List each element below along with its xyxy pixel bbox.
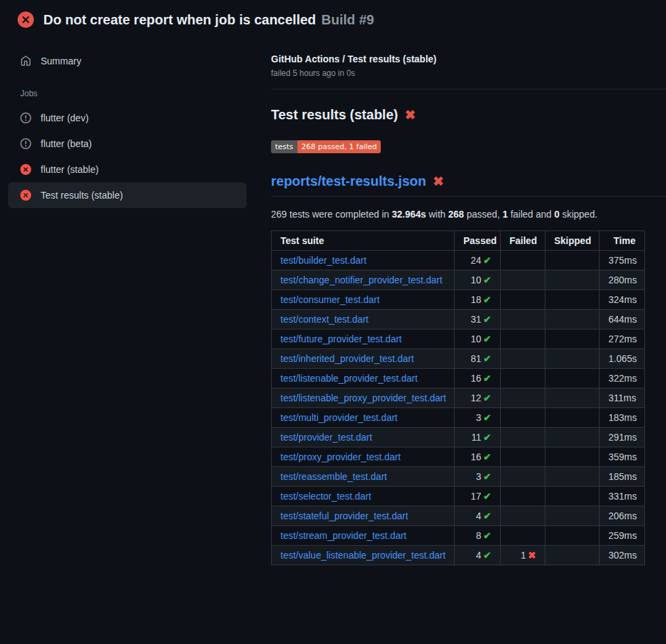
check-run-title: Test results (stable) ✖: [271, 107, 645, 123]
suite-cell: test/context_test.dart: [272, 310, 455, 329]
tests-badge: tests 268 passed, 1 failed: [271, 140, 381, 153]
skipped-cell: [545, 467, 600, 487]
test-suite-link[interactable]: test/proxy_provider_test.dart: [280, 451, 400, 462]
test-suite-link[interactable]: test/consumer_test.dart: [280, 294, 379, 305]
table-row: test/multi_provider_test.dart 3✔ 183ms: [272, 408, 645, 428]
table-row: test/stateful_provider_test.dart 4✔ 206m…: [272, 506, 645, 526]
check-icon: ✔: [483, 451, 491, 462]
failed-count: 1: [503, 209, 508, 220]
passed-cell: 8✔: [455, 526, 501, 546]
jobs-list: flutter (dev) flutter (beta) flutter (st…: [8, 105, 247, 208]
suite-cell: test/selector_test.dart: [272, 487, 455, 506]
column-header: Time: [600, 231, 645, 251]
report-file-link[interactable]: reports/test-results.json: [271, 174, 426, 189]
passed-cell: 12✔: [455, 388, 501, 408]
skipped-cell: [545, 506, 600, 526]
sidebar-job-item[interactable]: flutter (beta): [8, 131, 247, 157]
check-icon: ✔: [483, 294, 491, 305]
check-icon: ✔: [483, 373, 491, 384]
failed-cell: [501, 467, 545, 487]
suite-cell: test/listenable_proxy_provider_test.dart: [272, 388, 455, 408]
passed-cell: 3✔: [455, 467, 501, 487]
test-suite-link[interactable]: test/listenable_provider_test.dart: [280, 373, 417, 384]
table-row: test/builder_test.dart 24✔ 375ms: [272, 251, 645, 270]
suite-cell: test/inherited_provider_test.dart: [272, 349, 455, 369]
check-icon: ✔: [483, 471, 491, 482]
suite-cell: test/listenable_provider_test.dart: [272, 369, 455, 388]
suite-cell: test/builder_test.dart: [272, 251, 455, 270]
failed-cell: [501, 408, 545, 428]
table-row: test/stream_provider_test.dart 8✔ 259ms: [272, 526, 645, 546]
skipped-cell: [545, 251, 600, 270]
passed-cell: 24✔: [455, 251, 501, 270]
sidebar-job-item[interactable]: Test results (stable): [8, 182, 247, 208]
table-row: test/reassemble_test.dart 3✔ 185ms: [272, 467, 645, 487]
test-suite-link[interactable]: test/stream_provider_test.dart: [280, 530, 407, 541]
test-suite-link[interactable]: test/value_listenable_provider_test.dart: [280, 550, 446, 561]
failed-x-icon: ✖: [404, 107, 415, 123]
time-cell: 359ms: [600, 447, 645, 467]
table-row: test/value_listenable_provider_test.dart…: [272, 546, 645, 565]
skipped-cell: [545, 526, 600, 546]
suite-cell: test/provider_test.dart: [272, 428, 455, 447]
x-circle-icon: [18, 12, 34, 28]
check-icon: ✔: [483, 550, 491, 561]
passed-cell: 31✔: [455, 310, 501, 329]
suite-cell: test/stream_provider_test.dart: [272, 526, 455, 546]
skipped-cell: [545, 408, 600, 428]
test-suite-link[interactable]: test/future_provider_test.dart: [280, 334, 402, 344]
job-label: flutter (beta): [41, 138, 91, 149]
test-suite-link[interactable]: test/context_test.dart: [280, 314, 369, 325]
suite-cell: test/future_provider_test.dart: [272, 329, 455, 349]
suite-cell: test/change_notifier_provider_test.dart: [272, 270, 455, 290]
test-suite-link[interactable]: test/reassemble_test.dart: [280, 471, 387, 482]
check-icon: ✔: [483, 353, 491, 364]
failed-cell: [501, 369, 545, 388]
skipped-cell: [545, 546, 600, 565]
badge-value: 268 passed, 1 failed: [297, 140, 381, 153]
sidebar-job-item[interactable]: flutter (stable): [8, 157, 247, 182]
time-cell: 1.065s: [600, 349, 645, 369]
failed-cell: 1✖: [501, 546, 545, 565]
neutral-circle-icon: [20, 138, 31, 149]
skipped-cell: [545, 270, 600, 290]
test-suite-link[interactable]: test/inherited_provider_test.dart: [280, 353, 414, 364]
x-circle-icon: [20, 164, 31, 175]
time-cell: 183ms: [600, 408, 645, 428]
neutral-circle-icon: [20, 113, 31, 123]
failed-cell: [501, 487, 545, 506]
table-row: test/listenable_proxy_provider_test.dart…: [272, 388, 645, 408]
time-cell: 280ms: [600, 270, 645, 290]
skipped-cell: [545, 290, 600, 310]
passed-cell: 11✔: [455, 428, 501, 447]
test-suite-link[interactable]: test/change_notifier_provider_test.dart: [280, 275, 442, 285]
column-header: Failed: [501, 231, 545, 251]
time-cell: 375ms: [600, 251, 645, 270]
skipped-cell: [545, 349, 600, 369]
skipped-cell: [545, 487, 600, 506]
test-suite-link[interactable]: test/multi_provider_test.dart: [280, 412, 398, 423]
time-cell: 322ms: [600, 369, 645, 388]
main-content: GitHub Actions / Test results (stable) f…: [271, 37, 666, 565]
table-row: test/inherited_provider_test.dart 81✔ 1.…: [272, 349, 645, 369]
time-cell: 206ms: [600, 506, 645, 526]
test-suite-link[interactable]: test/provider_test.dart: [280, 432, 372, 443]
check-icon: ✔: [483, 334, 491, 344]
divider: [271, 89, 666, 89]
failed-cell: [501, 329, 545, 349]
test-suite-link[interactable]: test/listenable_proxy_provider_test.dart: [280, 393, 446, 403]
passed-cell: 18✔: [455, 290, 501, 310]
passed-cell: 16✔: [455, 447, 501, 467]
passed-count: 268: [449, 209, 464, 220]
time-cell: 291ms: [600, 428, 645, 447]
test-suite-link[interactable]: test/builder_test.dart: [280, 255, 367, 266]
run-meta: failed 5 hours ago in 0s: [271, 68, 645, 78]
suite-cell: test/multi_provider_test.dart: [272, 408, 455, 428]
test-suite-link[interactable]: test/stateful_provider_test.dart: [280, 510, 408, 521]
jobs-heading: Jobs: [8, 74, 247, 105]
suite-cell: test/consumer_test.dart: [272, 290, 455, 310]
failed-x-icon: ✖: [433, 174, 444, 189]
sidebar-job-item[interactable]: flutter (dev): [8, 105, 247, 131]
test-suite-link[interactable]: test/selector_test.dart: [280, 491, 371, 502]
sidebar-item-summary[interactable]: Summary: [8, 48, 247, 74]
